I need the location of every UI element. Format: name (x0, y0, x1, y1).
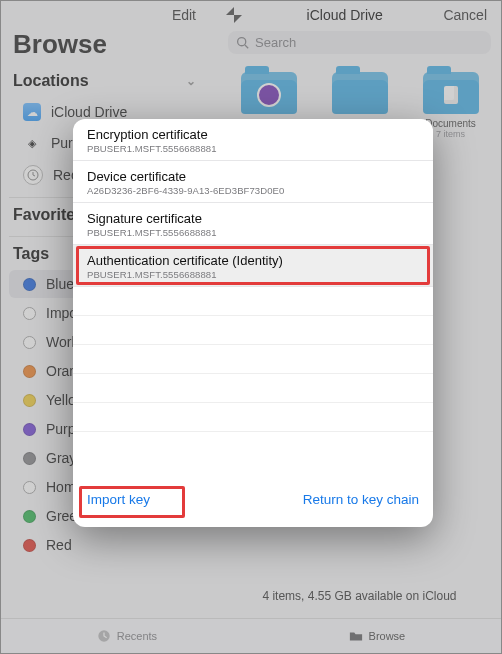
import-key-button[interactable]: Import key (87, 492, 150, 507)
cloud-icon: ☁ (23, 103, 41, 121)
tag-red[interactable]: Red (9, 531, 200, 559)
locations-header[interactable]: Locations ⌄ (1, 70, 208, 96)
tag-dot-icon (23, 510, 36, 523)
tag-label: Gray (46, 450, 76, 466)
sidebar-item-label: iCloud Drive (51, 104, 127, 120)
svg-line-2 (245, 45, 248, 48)
cert-subject: A26D3236-2BF6-4339-9A13-6ED3BF73D0E0 (87, 185, 419, 196)
folder-icon (349, 629, 363, 643)
cert-title: Authentication certificate (Identity) (87, 253, 419, 268)
clock-icon (97, 629, 111, 643)
chevron-down-icon: ⌄ (186, 74, 196, 88)
cert-title: Encryption certificate (87, 127, 419, 142)
tag-dot-icon (23, 423, 36, 436)
tag-dot-icon (23, 278, 36, 291)
tab-recents[interactable]: Recents (97, 629, 157, 643)
svg-point-1 (238, 38, 246, 46)
folder-icon (332, 72, 388, 114)
edit-button[interactable]: Edit (172, 7, 196, 23)
cert-row[interactable]: Encryption certificatePBUSER1.MSFT.55566… (73, 119, 433, 161)
page-title: Browse (1, 23, 208, 70)
tag-dot-icon (23, 481, 36, 494)
cert-subject: PBUSER1.MSFT.5556688881 (87, 269, 419, 280)
cert-row[interactable]: Authentication certificate (Identity)PBU… (73, 245, 433, 287)
search-input[interactable]: Search (228, 31, 491, 54)
tag-dot-icon (23, 452, 36, 465)
search-icon (236, 36, 249, 49)
cert-title: Signature certificate (87, 211, 419, 226)
tag-dot-icon (23, 539, 36, 552)
certificate-picker-modal: Encryption certificatePBUSER1.MSFT.55566… (73, 119, 433, 527)
tag-dot-icon (23, 307, 36, 320)
tag-dot-icon (23, 336, 36, 349)
tag-label: Red (46, 537, 72, 553)
tag-dot-icon (23, 365, 36, 378)
cert-subject: PBUSER1.MSFT.5556688881 (87, 143, 419, 154)
return-keychain-button[interactable]: Return to key chain (303, 492, 419, 507)
cert-subject: PBUSER1.MSFT.5556688881 (87, 227, 419, 238)
tag-dot-icon (23, 394, 36, 407)
tabbar: Recents Browse (1, 618, 501, 653)
cert-row[interactable]: Device certificateA26D3236-2BF6-4339-9A1… (73, 161, 433, 203)
cert-title: Device certificate (87, 169, 419, 184)
folder-meta: 7 items (436, 129, 465, 139)
picker-title: iCloud Drive (246, 7, 443, 23)
status-text: 4 items, 4.55 GB available on iCloud (218, 589, 501, 603)
folder-icon (423, 72, 479, 114)
tab-browse[interactable]: Browse (349, 629, 406, 643)
tag-label: Blue (46, 276, 74, 292)
folder-name: Documents (425, 118, 476, 129)
expand-icon[interactable] (226, 7, 242, 23)
folder-icon (241, 72, 297, 114)
clock-icon (23, 165, 43, 185)
purebred-icon: ◈ (23, 134, 41, 152)
cancel-button[interactable]: Cancel (443, 7, 487, 23)
cert-row[interactable]: Signature certificatePBUSER1.MSFT.555668… (73, 203, 433, 245)
